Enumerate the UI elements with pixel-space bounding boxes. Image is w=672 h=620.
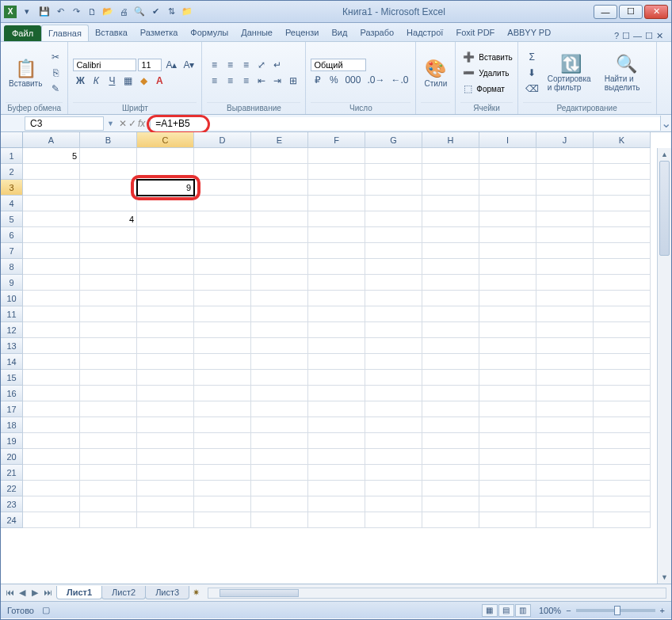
cell-F18[interactable] (308, 417, 365, 433)
italic-button[interactable]: К (89, 74, 103, 88)
cell-K5[interactable] (594, 211, 651, 227)
row-header-16[interactable]: 16 (1, 386, 23, 401)
cell-H2[interactable] (422, 164, 479, 180)
cell-K22[interactable] (594, 481, 651, 496)
cell-G6[interactable] (365, 227, 422, 243)
cell-D9[interactable] (194, 275, 251, 291)
cell-C12[interactable] (137, 322, 194, 338)
cell-G15[interactable] (365, 370, 422, 386)
orientation-button[interactable]: ⤢ (254, 58, 269, 72)
cell-K2[interactable] (594, 164, 651, 180)
spelling-icon[interactable]: ✔ (148, 5, 162, 19)
preview-icon[interactable]: 🔍 (132, 5, 147, 19)
sheet-nav-last-icon[interactable]: ⏭ (42, 588, 53, 598)
cell-H8[interactable] (422, 259, 479, 275)
cell-D17[interactable] (194, 401, 251, 417)
cell-H22[interactable] (422, 481, 479, 496)
tab-вставка[interactable]: Вставка (89, 25, 134, 41)
cell-J8[interactable] (536, 259, 594, 275)
cell-D12[interactable] (194, 322, 251, 338)
cell-C23[interactable] (137, 496, 194, 512)
col-header-D[interactable]: D (194, 132, 251, 148)
page-break-view-button[interactable]: ▥ (515, 604, 531, 617)
cell-B5[interactable]: 4 (80, 211, 137, 227)
sort-filter-button[interactable]: 🔃 Сортировка и фильтр (544, 52, 598, 93)
horizontal-scrollbar[interactable] (208, 588, 666, 599)
row-header-15[interactable]: 15 (1, 370, 23, 386)
cell-C14[interactable] (137, 354, 194, 370)
hscroll-thumb[interactable] (220, 589, 299, 597)
autosum-button[interactable]: Σ (523, 50, 541, 64)
cell-C19[interactable] (137, 433, 194, 449)
cell-K19[interactable] (594, 433, 651, 449)
cell-B6[interactable] (80, 227, 137, 243)
cell-B19[interactable] (80, 433, 137, 449)
cell-I6[interactable] (479, 227, 536, 243)
tab-разметка[interactable]: Разметка (134, 25, 185, 41)
percent-button[interactable]: % (326, 73, 341, 87)
row-header-7[interactable]: 7 (1, 243, 23, 259)
cell-C17[interactable] (137, 401, 194, 417)
new-icon[interactable]: 🗋 (85, 5, 99, 19)
ribbon-minimize-icon[interactable]: ☐ (622, 31, 630, 41)
cell-G9[interactable] (365, 275, 422, 291)
tab-foxit pdf[interactable]: Foxit PDF (449, 25, 501, 41)
cell-A23[interactable] (23, 496, 80, 512)
zoom-slider[interactable] (576, 609, 655, 612)
cell-B17[interactable] (80, 401, 137, 417)
cell-F22[interactable] (308, 481, 365, 496)
fx-icon[interactable]: fx (138, 118, 145, 129)
cell-I22[interactable] (479, 481, 536, 496)
row-header-23[interactable]: 23 (1, 496, 23, 512)
cell-D6[interactable] (194, 227, 251, 243)
qat-dropdown-icon[interactable]: ▾ (20, 5, 34, 19)
row-header-11[interactable]: 11 (1, 306, 23, 322)
cell-B10[interactable] (80, 291, 137, 306)
row-header-8[interactable]: 8 (1, 259, 23, 275)
comma-button[interactable]: 000 (342, 73, 363, 87)
cell-F7[interactable] (308, 243, 365, 259)
cell-I18[interactable] (479, 417, 536, 433)
cell-K9[interactable] (594, 275, 651, 291)
cell-F6[interactable] (308, 227, 365, 243)
cell-H24[interactable] (422, 512, 479, 528)
scroll-up-icon[interactable]: ▲ (658, 148, 671, 161)
cell-D1[interactable] (194, 148, 251, 164)
cell-G8[interactable] (365, 259, 422, 275)
row-header-2[interactable]: 2 (1, 164, 23, 180)
doc-minimize-icon[interactable]: — (633, 31, 642, 41)
cell-J20[interactable] (536, 449, 594, 465)
cell-D22[interactable] (194, 481, 251, 496)
cell-K15[interactable] (594, 370, 651, 386)
cell-I16[interactable] (479, 386, 536, 401)
new-sheet-button[interactable]: ✷ (189, 588, 203, 598)
cell-E18[interactable] (251, 417, 308, 433)
cell-K8[interactable] (594, 259, 651, 275)
align-left-button[interactable]: ≡ (207, 74, 221, 88)
cell-E5[interactable] (251, 211, 308, 227)
cell-F17[interactable] (308, 401, 365, 417)
tab-abbyy pd[interactable]: ABBYY PD (501, 25, 557, 41)
increase-indent-button[interactable]: ⇥ (270, 74, 284, 88)
cell-C24[interactable] (137, 512, 194, 528)
sheet-nav-first-icon[interactable]: ⏮ (4, 588, 15, 598)
col-header-H[interactable]: H (422, 132, 479, 148)
enter-formula-icon[interactable]: ✓ (128, 118, 136, 129)
cell-C7[interactable] (137, 243, 194, 259)
cell-E14[interactable] (251, 354, 308, 370)
cell-F20[interactable] (308, 449, 365, 465)
fill-button[interactable]: ⬇ (523, 66, 541, 80)
cell-I7[interactable] (479, 243, 536, 259)
row-header-13[interactable]: 13 (1, 338, 23, 354)
cell-G3[interactable] (365, 180, 422, 196)
cell-I1[interactable] (479, 148, 536, 164)
cell-F11[interactable] (308, 306, 365, 322)
cell-G21[interactable] (365, 465, 422, 481)
tab-данные[interactable]: Данные (235, 25, 279, 41)
cut-button[interactable]: ✂ (48, 50, 63, 64)
cell-B2[interactable] (80, 164, 137, 180)
cell-K11[interactable] (594, 306, 651, 322)
col-header-E[interactable]: E (251, 132, 308, 148)
quickprint-icon[interactable]: 🖨 (116, 5, 131, 19)
row-header-9[interactable]: 9 (1, 275, 23, 291)
